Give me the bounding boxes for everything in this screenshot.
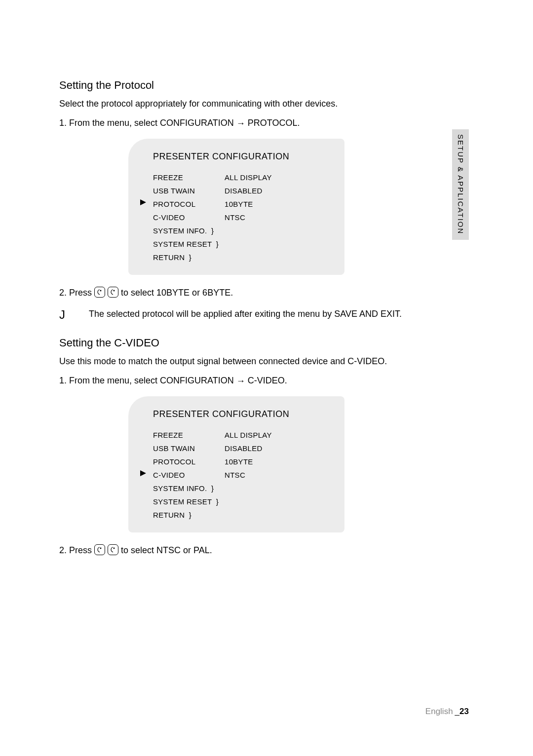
page-footer: English_23: [425, 707, 469, 717]
direction-key-icon: [94, 287, 105, 298]
menu-value: NTSC: [225, 213, 330, 222]
section-tab-label: SETUP & APPLICATION: [457, 134, 465, 234]
menu-label: SYSTEM RESET }: [153, 240, 225, 248]
step-text: 2. Press: [59, 288, 94, 298]
menu-value: ALL DISPLAY: [225, 431, 330, 439]
footer-sep: _: [455, 707, 459, 716]
protocol-step-1: 1. From the menu, select CONFIGURATION →…: [59, 117, 449, 130]
menu-label: SYSTEM RESET }: [153, 497, 225, 506]
svg-point-4: [100, 548, 102, 549]
menu-box: PRESENTER CONFIGURATION FREEZEALL DISPLA…: [128, 139, 344, 275]
menu-row: FREEZEALL DISPLAY: [153, 428, 330, 442]
menu-value: DISABLED: [225, 444, 330, 453]
menu-label: SYSTEM INFO. }: [153, 227, 225, 235]
arrow-right-icon: →: [236, 118, 245, 128]
menu-label: RETURN }: [153, 511, 225, 519]
step-text: C-VIDEO.: [245, 376, 287, 385]
protocol-step-2: 2. Press to select 10BYTE or 6BYTE.: [59, 287, 449, 299]
step-text: 1. From the menu, select CONFIGURATION: [59, 376, 236, 385]
direction-key-icon: [94, 544, 105, 555]
menu-label: PROTOCOL: [153, 457, 225, 466]
menu-row: SYSTEM INFO. }: [153, 224, 330, 237]
cvideo-step-1: 1. From the menu, select CONFIGURATION →…: [59, 375, 449, 387]
menu-row: RETURN }: [153, 251, 330, 264]
svg-marker-0: [140, 199, 146, 205]
direction-key-icon: [108, 287, 118, 298]
cvideo-step-2: 2. Press to select NTSC or PAL.: [59, 544, 449, 557]
heading-cvideo: Setting the C-VIDEO: [59, 337, 449, 349]
menu-row: PROTOCOL10BYTE: [153, 197, 330, 211]
menu-box: PRESENTER CONFIGURATION FREEZEALL DISPLA…: [128, 396, 344, 532]
menu-value: 10BYTE: [225, 200, 330, 208]
menu-row: FREEZEALL DISPLAY: [153, 171, 330, 184]
arrow-right-icon: →: [236, 376, 245, 386]
menu-label: USB TWAIN: [153, 444, 225, 453]
menu-value: DISABLED: [225, 187, 330, 195]
menu-label: C-VIDEO: [153, 471, 225, 479]
step-text: to select NTSC or PAL.: [118, 545, 212, 555]
menu-row: USB TWAINDISABLED: [153, 442, 330, 455]
footer-language: English: [425, 707, 453, 716]
direction-key-icon: [108, 544, 118, 555]
note-icon: J: [59, 308, 69, 322]
menu-value: [225, 497, 330, 506]
step-text: 2. Press: [59, 545, 94, 555]
svg-point-5: [114, 548, 115, 549]
page-content: Setting the Protocol Select the protocol…: [59, 79, 449, 566]
step-text: 1. From the menu, select CONFIGURATION: [59, 118, 236, 128]
menu-value: [225, 227, 330, 235]
step-text: PROTOCOL.: [245, 118, 300, 128]
menu-row: RETURN }: [153, 508, 330, 522]
intro-cvideo: Use this mode to match the output signal…: [59, 355, 449, 368]
menu-value: [225, 253, 330, 262]
menu-value: [225, 240, 330, 248]
menu-label: C-VIDEO: [153, 213, 225, 222]
menu-label: FREEZE: [153, 431, 225, 439]
menu-screenshot-protocol: PRESENTER CONFIGURATION FREEZEALL DISPLA…: [128, 139, 449, 275]
menu-value: NTSC: [225, 471, 330, 479]
menu-row: USB TWAINDISABLED: [153, 184, 330, 197]
svg-marker-3: [140, 470, 146, 476]
footer-page-number: 23: [459, 707, 469, 716]
menu-value: [225, 484, 330, 492]
menu-label: USB TWAIN: [153, 187, 225, 195]
heading-protocol: Setting the Protocol: [59, 79, 449, 92]
svg-point-1: [100, 290, 102, 292]
menu-label: PROTOCOL: [153, 200, 225, 208]
menu-row: SYSTEM INFO. }: [153, 482, 330, 495]
note-row: J The selected protocol will be applied …: [59, 308, 449, 322]
menu-value: [225, 511, 330, 519]
menu-title: PRESENTER CONFIGURATION: [153, 151, 330, 162]
menu-screenshot-cvideo: PRESENTER CONFIGURATION FREEZEALL DISPLA…: [128, 396, 449, 532]
section-tab: SETUP & APPLICATION: [452, 129, 469, 240]
note-text: The selected protocol will be applied af…: [89, 308, 402, 320]
menu-label: SYSTEM INFO. }: [153, 484, 225, 492]
selection-pointer-icon: [139, 469, 147, 477]
svg-point-2: [114, 290, 115, 292]
menu-value: ALL DISPLAY: [225, 173, 330, 182]
selection-pointer-icon: [139, 198, 147, 206]
menu-row: PROTOCOL10BYTE: [153, 455, 330, 468]
step-text: to select 10BYTE or 6BYTE.: [118, 288, 233, 298]
intro-protocol: Select the protocol appropriately for co…: [59, 98, 449, 110]
menu-label: RETURN }: [153, 253, 225, 262]
menu-row: C-VIDEONTSC: [153, 211, 330, 224]
menu-label: FREEZE: [153, 173, 225, 182]
menu-row: SYSTEM RESET }: [153, 495, 330, 508]
menu-row: C-VIDEONTSC: [153, 468, 330, 482]
menu-row: SYSTEM RESET }: [153, 237, 330, 251]
menu-title: PRESENTER CONFIGURATION: [153, 409, 330, 419]
menu-value: 10BYTE: [225, 457, 330, 466]
